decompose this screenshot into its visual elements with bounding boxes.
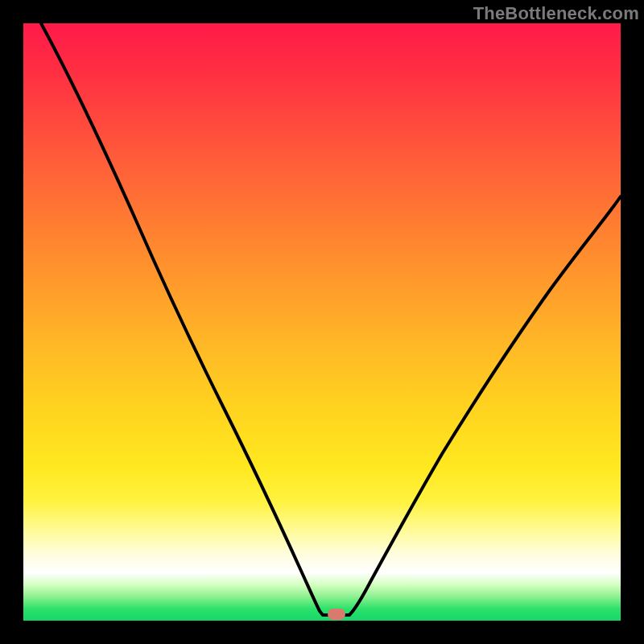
bottleneck-curve [23,23,621,621]
watermark-text: TheBottleneck.com [473,3,639,24]
optimal-point-marker [328,609,345,620]
plot-area [23,23,621,621]
chart-frame: TheBottleneck.com [0,0,644,644]
